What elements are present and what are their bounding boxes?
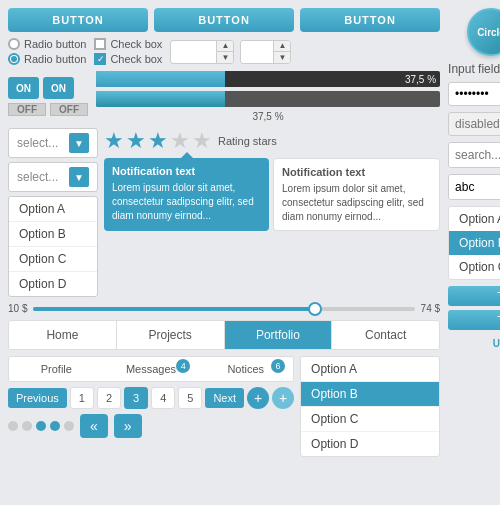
chevron-right-button[interactable]: » — [114, 414, 142, 438]
radio-dot-1 — [8, 38, 20, 50]
button-3[interactable]: BUTTON — [300, 8, 440, 32]
dots-row — [8, 421, 74, 431]
right-option-c[interactable]: Option C — [449, 255, 500, 279]
progress-bar-2 — [96, 91, 440, 107]
disabled-input — [455, 117, 500, 131]
page-5[interactable]: 5 — [178, 387, 202, 409]
toggle-on-2[interactable]: ON — [43, 77, 74, 99]
check-box-2 — [94, 53, 106, 65]
notices-badge: 6 — [271, 359, 285, 373]
num-down-2[interactable]: ▼ — [274, 52, 290, 63]
right-option-b[interactable]: Option B — [449, 231, 500, 255]
list-item-c[interactable]: Option C — [9, 247, 97, 272]
toggle-off-2[interactable]: OFF — [50, 103, 88, 116]
pagination: Previous 1 2 3 4 5 Next + + — [8, 387, 294, 409]
check-box-1 — [94, 38, 106, 50]
search-row-1: 🔍 — [448, 142, 500, 168]
bottom-tab-messages[interactable]: Messages 4 — [104, 357, 199, 381]
dropdown-arrow-2: ▼ — [69, 167, 89, 187]
option-d-bottom[interactable]: Option D — [301, 432, 439, 456]
search-input-2[interactable] — [449, 175, 500, 199]
tab-portfolio[interactable]: Portfolio — [225, 321, 333, 349]
tab-contact[interactable]: Contact — [332, 321, 439, 349]
dot-4[interactable] — [50, 421, 60, 431]
option-c-bottom[interactable]: Option C — [301, 407, 439, 432]
tab-home[interactable]: Home — [9, 321, 117, 349]
radio-dot-2 — [8, 53, 20, 65]
notification-title-1: Notification text — [112, 164, 261, 179]
slider-section: 10 $ 74 $ — [8, 303, 440, 314]
page-4[interactable]: 4 — [151, 387, 175, 409]
num-input-1[interactable]: 1000 ▲ ▼ — [170, 40, 234, 64]
left-panel: BUTTON BUTTON BUTTON Radio button Radio … — [8, 8, 440, 497]
bottom-section: Profile Messages 4 Notices 6 Previous 1 — [8, 356, 440, 457]
bottom-tabs: Profile Messages 4 Notices 6 — [8, 356, 294, 382]
toggle-on-label-1: ON — [8, 77, 39, 99]
watermark: UI Kit Blue — [448, 338, 500, 349]
dot-3[interactable] — [36, 421, 46, 431]
list-item-b[interactable]: Option B — [9, 222, 97, 247]
circle-badge: Circle — [467, 8, 500, 56]
add-page-button-2[interactable]: + — [272, 387, 294, 409]
slider-min: 10 $ — [8, 303, 27, 314]
star-5: ★ — [192, 128, 212, 154]
radio-item-2[interactable]: Radio button — [8, 53, 86, 65]
tag-item-2[interactable]: Tag item — [448, 310, 500, 330]
notification-body-2: Lorem ipsum dolor sit amet, consectetur … — [282, 182, 431, 224]
add-page-button[interactable]: + — [247, 387, 269, 409]
toggle-on-label-2: ON — [43, 77, 74, 99]
star-4: ★ — [170, 128, 190, 154]
chevron-left-button[interactable]: « — [80, 414, 108, 438]
tab-projects[interactable]: Projects — [117, 321, 225, 349]
num-up-2[interactable]: ▲ — [274, 41, 290, 52]
notification-box-1: Notification text Lorem ipsum dolor sit … — [104, 158, 269, 231]
buttons-row: BUTTON BUTTON BUTTON — [8, 8, 440, 32]
dropdown-arrow-1: ▼ — [69, 133, 89, 153]
radio-item-1[interactable]: Radio button — [8, 38, 86, 50]
progress-text-1: 37,5 % — [405, 71, 436, 87]
list-item-a[interactable]: Option A — [9, 197, 97, 222]
option-a-bottom[interactable]: Option A — [301, 357, 439, 382]
num-arrows-1: ▲ ▼ — [216, 41, 233, 63]
toggle-on-1[interactable]: ON — [8, 77, 39, 99]
list-item-d[interactable]: Option D — [9, 272, 97, 296]
option-b-bottom[interactable]: Option B — [301, 382, 439, 407]
next-button[interactable]: Next — [205, 388, 244, 408]
star-2: ★ — [126, 128, 146, 154]
dot-5[interactable] — [64, 421, 74, 431]
password-input[interactable] — [455, 87, 500, 101]
bottom-tab-profile[interactable]: Profile — [9, 357, 104, 381]
num-input-2[interactable]: 4,1 ▲ ▼ — [240, 40, 291, 64]
button-1[interactable]: BUTTON — [8, 8, 148, 32]
num-down-1[interactable]: ▼ — [217, 52, 233, 63]
progress-label-2: 37,5 % — [96, 111, 440, 122]
check-group: Check box Check box — [94, 38, 162, 65]
page-2[interactable]: 2 — [97, 387, 121, 409]
number-inputs: 1000 ▲ ▼ 4,1 ▲ ▼ — [170, 40, 291, 64]
page-1[interactable]: 1 — [70, 387, 94, 409]
check-item-2[interactable]: Check box — [94, 53, 162, 65]
slider-row: 10 $ 74 $ — [8, 303, 440, 314]
dropdown-list: Option A Option B Option C Option D — [8, 196, 98, 297]
tag-items: Tag item Tag item — [448, 286, 500, 330]
toggle-off-1[interactable]: OFF — [8, 103, 46, 116]
page-3[interactable]: 3 — [124, 387, 148, 409]
slider-track[interactable] — [33, 307, 414, 311]
main-container: BUTTON BUTTON BUTTON Radio button Radio … — [0, 0, 500, 505]
bottom-tab-notices[interactable]: Notices 6 — [198, 357, 293, 381]
search-input-1[interactable] — [449, 143, 500, 167]
input-field-label: Input field — [448, 62, 500, 76]
num-up-1[interactable]: ▲ — [217, 41, 233, 52]
dot-1[interactable] — [8, 421, 18, 431]
check-item-1[interactable]: Check box — [94, 38, 162, 50]
tag-item-1[interactable]: Tag item — [448, 286, 500, 306]
notification-title-2: Notification text — [282, 165, 431, 180]
right-option-a[interactable]: Option A — [449, 207, 500, 231]
button-2[interactable]: BUTTON — [154, 8, 294, 32]
right-dropdown-list: Option A Option B Option C — [448, 206, 500, 280]
dot-2[interactable] — [22, 421, 32, 431]
dropdown-1[interactable]: select... ▼ — [8, 128, 98, 158]
prev-button[interactable]: Previous — [8, 388, 67, 408]
password-input-container: 🔒 — [448, 82, 500, 106]
dropdown-2[interactable]: select... ▼ — [8, 162, 98, 192]
